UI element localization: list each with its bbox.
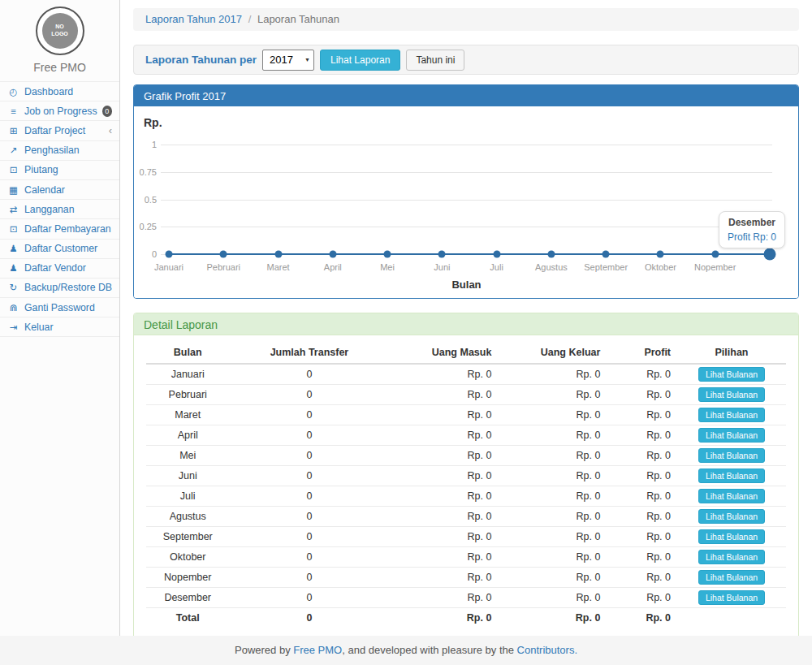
x-tick-label: Mei — [380, 262, 395, 272]
lihat-bulanan-button[interactable]: Lihat Bulanan — [698, 448, 765, 463]
page: NO LOGO Free PMO ◴Dashboard≡Job on Progr… — [0, 0, 812, 665]
cell-bulan: Januari — [146, 364, 229, 385]
breadcrumb-separator: / — [248, 13, 252, 25]
sidebar-item-calendar[interactable]: ▦Calendar — [0, 180, 119, 200]
cell-jumlah-transfer: 0 — [229, 466, 389, 486]
lihat-bulanan-button[interactable]: Lihat Bulanan — [698, 509, 765, 524]
cell-uang-masuk: Rp. 0 — [389, 486, 498, 507]
lihat-bulanan-button[interactable]: Lihat Bulanan — [698, 469, 765, 483]
sidebar-item-daftar-pembayaran[interactable]: ⊡Daftar Pembayaran — [0, 219, 119, 239]
lihat-bulanan-button[interactable]: Lihat Bulanan — [698, 590, 765, 605]
year-select[interactable]: 2017 — [262, 50, 314, 71]
profit-chart-panel: Grafik Profit 2017 Rp. 10.750.50.250 Jan… — [133, 84, 799, 299]
sidebar-item-ganti-password[interactable]: ⋒Ganti Password — [0, 298, 119, 317]
cell-uang-masuk: Rp. 0 — [389, 425, 498, 446]
sidebar-item-label: Backup/Restore DB — [24, 282, 112, 293]
grid-line — [161, 172, 772, 173]
data-point-juli[interactable] — [493, 251, 500, 258]
data-point-januari[interactable] — [166, 251, 173, 258]
lihat-bulanan-button[interactable]: Lihat Bulanan — [698, 408, 765, 422]
cell-profit: Rp. 0 — [607, 568, 677, 588]
cell-profit: Rp. 0 — [607, 486, 677, 507]
sidebar-item-daftar-project[interactable]: ⊞Daftar Project‹ — [0, 121, 119, 140]
sidebar-item-daftar-vendor[interactable]: ♟Daftar Vendor — [0, 259, 119, 279]
table-row-januari: Januari0Rp. 0Rp. 0Rp. 0Lihat Bulanan — [146, 364, 786, 385]
data-point-maret[interactable] — [274, 251, 282, 258]
cell-pilihan: Lihat Bulanan — [677, 547, 786, 568]
data-point-desember[interactable] — [764, 248, 776, 261]
data-point-agustus[interactable] — [547, 251, 555, 258]
cell-profit: Rp. 0 — [607, 527, 677, 547]
data-point-mei[interactable] — [384, 251, 391, 258]
y-tick-label: 0.25 — [134, 222, 157, 231]
cell-jumlah-transfer: 0 — [229, 547, 389, 568]
footer-middle: , and developed with pleasure by the — [342, 644, 516, 656]
grid-line — [161, 145, 772, 145]
logo-block: NO LOGO Free PMO — [0, 0, 119, 74]
lihat-bulanan-button[interactable]: Lihat Bulanan — [698, 570, 765, 585]
cell-jumlah-transfer: 0 — [229, 507, 389, 527]
cell-bulan: Agustus — [146, 507, 229, 527]
cell-uang-masuk: Rp. 0 — [389, 466, 498, 486]
lihat-bulanan-button[interactable]: Lihat Bulanan — [698, 387, 765, 402]
header-pilihan: Pilihan — [677, 342, 786, 364]
data-point-juni[interactable] — [438, 251, 446, 258]
view-report-button[interactable]: Lihat Laporan — [320, 50, 400, 71]
lihat-bulanan-button[interactable]: Lihat Bulanan — [698, 489, 765, 503]
cell-uang-masuk: Rp. 0 — [389, 405, 498, 425]
sidebar-item-backup-restore-db[interactable]: ↻Backup/Restore DB — [0, 279, 119, 298]
y-tick-label: 0 — [134, 249, 157, 259]
lihat-bulanan-button[interactable]: Lihat Bulanan — [698, 529, 765, 544]
sidebar-item-piutang[interactable]: ⊡Piutang — [0, 161, 119, 180]
money-icon: ⊡ — [7, 164, 19, 175]
cell-uang-keluar: Rp. 0 — [498, 385, 607, 405]
data-point-nopember[interactable] — [711, 251, 719, 258]
header-uang-masuk: Uang Masuk — [389, 342, 498, 364]
detail-panel-body: Bulan Jumlah Transfer Uang Masuk Uang Ke… — [134, 335, 798, 641]
footer-brand-link[interactable]: Free PMO — [293, 644, 342, 656]
lihat-bulanan-button[interactable]: Lihat Bulanan — [698, 550, 765, 564]
sidebar-item-job-on-progress[interactable]: ≡Job on Progress0 — [0, 101, 119, 121]
cell-pilihan: Lihat Bulanan — [677, 364, 786, 385]
data-point-april[interactable] — [329, 251, 336, 258]
users-icon: ♟ — [7, 243, 19, 254]
cell-uang-keluar: Rp. 0 — [498, 486, 607, 507]
data-point-september[interactable] — [603, 251, 610, 258]
sidebar-item-langganan[interactable]: ⇄Langganan — [0, 200, 119, 219]
header-profit: Profit — [607, 342, 677, 364]
cell-jumlah-transfer: 0 — [229, 425, 389, 446]
grid-line — [161, 227, 772, 227]
cell-bulan: September — [146, 527, 229, 547]
sidebar-item-label: Daftar Customer — [24, 243, 97, 254]
sidebar-item-penghasilan[interactable]: ↗Penghasilan — [0, 141, 119, 161]
x-tick-label: Maret — [266, 262, 289, 272]
breadcrumb: Laporan Tahun 2017 / Laporan Tahunan — [133, 8, 799, 31]
footer: Powered by Free PMO, and developed with … — [0, 636, 812, 665]
lihat-bulanan-button[interactable]: Lihat Bulanan — [698, 367, 765, 382]
sidebar-item-label: Langganan — [24, 204, 75, 215]
refresh-icon: ↻ — [7, 282, 19, 293]
sidebar-item-keluar[interactable]: ⇥Keluar — [0, 317, 119, 337]
lihat-bulanan-button[interactable]: Lihat Bulanan — [698, 428, 765, 443]
cell-bulan: Desember — [146, 588, 229, 608]
sidebar-item-daftar-customer[interactable]: ♟Daftar Customer — [0, 240, 119, 259]
footer-contributors-link[interactable]: Contributors. — [517, 644, 577, 656]
tasks-icon: ≡ — [7, 106, 19, 116]
table-header-row: Bulan Jumlah Transfer Uang Masuk Uang Ke… — [146, 342, 786, 364]
sign-out-icon: ⇥ — [7, 322, 19, 333]
cell-profit: Rp. 0 — [607, 364, 677, 385]
breadcrumb-link[interactable]: Laporan Tahun 2017 — [145, 13, 242, 25]
x-axis-title: Bulan — [161, 279, 772, 291]
table-icon: ⊞ — [7, 125, 19, 136]
x-tick-label: Juli — [490, 262, 503, 272]
data-point-pebruari[interactable] — [220, 251, 227, 258]
cell-uang-keluar: Rp. 0 — [498, 405, 607, 425]
this-year-button[interactable]: Tahun ini — [406, 50, 464, 71]
data-point-oktober[interactable] — [657, 251, 664, 258]
sidebar-item-dashboard[interactable]: ◴Dashboard — [0, 82, 119, 101]
header-bulan: Bulan — [146, 342, 229, 364]
profit-line — [169, 253, 770, 255]
table-row-oktober: Oktober0Rp. 0Rp. 0Rp. 0Lihat Bulanan — [146, 547, 786, 568]
logo[interactable]: NO LOGO — [36, 6, 84, 55]
cell-pilihan: Lihat Bulanan — [677, 507, 786, 527]
